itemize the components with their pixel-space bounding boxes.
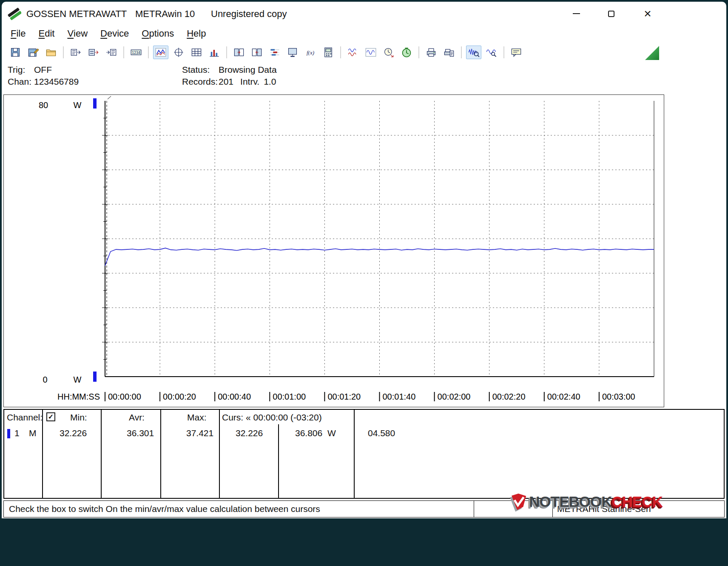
toolbar-group [509, 46, 524, 59]
menu-device[interactable]: Device [94, 26, 135, 42]
toolbar-separator [148, 46, 149, 58]
cursor-header: Curs: « 00:00:00 (-03:20) [222, 412, 322, 423]
sampling-clock-button[interactable] [381, 46, 396, 59]
timeline-button[interactable] [267, 46, 282, 59]
toolbar-separator [123, 46, 124, 58]
open-button[interactable] [43, 46, 59, 59]
svg-text:00:03:00: 00:03:00 [602, 392, 635, 401]
split-import-button[interactable] [249, 46, 264, 59]
avr-value: 36.301 [127, 428, 154, 438]
wave-pair-button[interactable] [345, 46, 361, 59]
trig-value: OFF [34, 64, 52, 76]
chart-canvas: 00:00:0000:00:2000:00:4000:01:0000:01:20… [4, 95, 664, 407]
cursor-delta-value: 04.580 [368, 428, 395, 438]
formula-button[interactable]: f(x) [303, 46, 318, 59]
zoom-out-button[interactable] [484, 46, 499, 59]
svg-text:00:00:40: 00:00:40 [218, 392, 251, 401]
interval-value: 1.0 [264, 76, 276, 88]
chart-area[interactable]: 00:00:0000:00:2000:00:4000:01:0000:01:20… [3, 94, 664, 407]
minmax-checkbox[interactable]: ✓ [46, 412, 55, 421]
column-divider [219, 410, 220, 498]
toolbar-group: 1234 [128, 46, 144, 59]
svg-text:HH:MM:SS: HH:MM:SS [57, 392, 100, 401]
split-export-button[interactable] [231, 46, 247, 59]
status-label: Status: [182, 64, 219, 76]
toolbar: 1234f(x) [2, 43, 726, 62]
wave-button[interactable] [363, 46, 378, 59]
menu-view[interactable]: View [61, 26, 94, 42]
instrument-button[interactable] [321, 46, 336, 59]
stopwatch-button[interactable] [399, 46, 414, 59]
window-title-app: METRAwin 10 [135, 9, 195, 20]
close-button[interactable]: × [638, 5, 657, 22]
maximize-icon [608, 11, 614, 17]
minimize-button[interactable] [566, 5, 586, 22]
menu-options[interactable]: Options [135, 26, 180, 42]
channel-mode: M [29, 428, 37, 438]
svg-text:W: W [74, 100, 82, 110]
minimize-icon [573, 13, 580, 14]
watermark-check-text: CHECK [612, 493, 663, 510]
notebookcheck-watermark: NOTEBOOKCHECK [511, 483, 663, 520]
svg-text:00:02:40: 00:02:40 [547, 392, 580, 401]
memory-transfer-button[interactable] [86, 46, 101, 59]
data-table-button[interactable] [189, 46, 204, 59]
lcd-display-button[interactable]: 1234 [128, 46, 144, 59]
svg-text:80: 80 [39, 100, 48, 110]
notebookcheck-shield-icon [511, 487, 526, 517]
max-value: 37.421 [186, 428, 213, 438]
maximize-button[interactable] [601, 5, 621, 22]
toolbar-separator [226, 46, 227, 58]
toolbar-separator [418, 46, 419, 58]
records-value: 201 [219, 76, 233, 88]
print-preview-button[interactable] [441, 46, 457, 59]
svg-text:00:02:00: 00:02:00 [438, 392, 471, 401]
histogram-button[interactable] [207, 46, 222, 59]
annotation-button[interactable] [509, 46, 524, 59]
status-value: Browsing Data [219, 64, 277, 76]
cursor-min-value: 32.226 [236, 428, 263, 438]
chan-label: Chan: [8, 76, 34, 88]
cursor-unit: W [327, 428, 336, 438]
checkmark-icon: ✓ [48, 413, 54, 421]
toolbar-group [8, 46, 59, 59]
monitor-button[interactable] [285, 46, 300, 59]
power-chart: 00:00:0000:00:2000:00:4000:01:0000:01:20… [4, 95, 664, 407]
channel-number[interactable]: 1 [14, 428, 20, 438]
channel-header: Channel: [7, 412, 43, 423]
close-icon: × [644, 7, 651, 20]
trig-label: Trig: [8, 64, 34, 76]
records-label: Records: [182, 76, 219, 88]
column-divider [160, 410, 161, 498]
memory-read-button[interactable] [104, 46, 119, 59]
desktop: { "window": { "vendor": "GOSSEN METRAWAT… [0, 0, 728, 566]
menu-edit[interactable]: Edit [32, 26, 61, 42]
menu-help[interactable]: Help [180, 26, 212, 42]
zoom-wave-button[interactable] [466, 46, 481, 59]
toolbar-group [345, 46, 414, 59]
print-button[interactable] [424, 46, 439, 59]
svg-text:00:01:20: 00:01:20 [327, 392, 361, 401]
max-header: Max: [187, 412, 207, 423]
svg-text:00:01:40: 00:01:40 [383, 392, 416, 401]
toolbar-separator [503, 46, 504, 58]
svg-text:00:00:20: 00:00:20 [163, 392, 196, 401]
column-divider [354, 410, 355, 498]
interval-label: Intrv. [240, 76, 259, 88]
channel-color-marker [7, 429, 10, 438]
toolbar-separator [63, 46, 64, 58]
app-logo-icon [8, 7, 21, 20]
save-button[interactable] [8, 46, 23, 59]
line-chart-button[interactable] [153, 46, 168, 59]
xy-scope-button[interactable] [171, 46, 186, 59]
column-divider [278, 424, 279, 498]
device-export-button[interactable] [68, 46, 83, 59]
status-info: Status: Browsing Data Records: 201 Intrv… [182, 64, 277, 88]
svg-text:f(x): f(x) [307, 49, 314, 56]
titlebar: GOSSEN METRAWATT METRAwin 10 Unregistere… [2, 2, 726, 26]
column-divider [101, 410, 102, 498]
column-divider [42, 410, 43, 498]
cursor-value: 36.806 [295, 428, 322, 438]
menu-file[interactable]: File [4, 26, 32, 42]
save-data-button[interactable] [26, 46, 41, 59]
